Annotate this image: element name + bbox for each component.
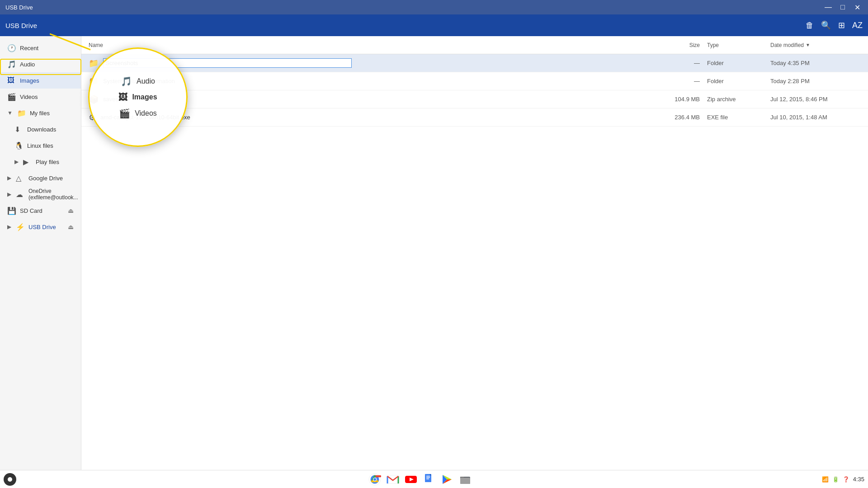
svg-rect-12 [426, 479, 429, 479]
sidebar-item-my-files[interactable]: ▼ 📁 My files [0, 105, 81, 121]
magnifier-circle: 🎵 Audio 🖼 Images 🎬 Videos [88, 47, 188, 147]
question-icon: ❓ [843, 476, 849, 483]
sidebar-item-videos[interactable]: 🎬 Videos [0, 89, 81, 105]
table-row[interactable]: 📁 — Folder Today 4:35 PM [81, 54, 868, 72]
svg-rect-11 [426, 477, 430, 478]
close-button[interactable]: ✕ [852, 2, 863, 13]
file-size-cell: 236.4 MB [662, 114, 707, 121]
file-type-cell: Folder [707, 60, 770, 66]
maximize-button[interactable]: □ [837, 2, 848, 13]
sidebar-item-audio[interactable]: 🎵 Audio [0, 56, 81, 72]
sort-button[interactable]: AZ [852, 21, 863, 30]
sd-card-eject-icon[interactable]: ⏏ [68, 207, 74, 214]
recent-icon: 🕐 [7, 44, 16, 52]
images-icon: 🖼 [7, 76, 16, 84]
audio-icon: 🎵 [7, 60, 16, 69]
launcher-button[interactable] [4, 473, 16, 486]
onedrive-icon: ☁ [16, 190, 25, 199]
usb-chevron: ▶ [7, 224, 11, 230]
mag-audio-item: 🎵 Audio [113, 74, 162, 89]
sidebar: 🕐 Recent 🎵 Audio 🖼 Images 🎬 Videos ▼ 📁 M… [0, 36, 81, 470]
minimize-button[interactable]: — [823, 2, 834, 13]
magnifier-overlay: 🎵 Audio 🖼 Images 🎬 Videos [88, 47, 188, 147]
col-header-date[interactable]: Date modified ▼ [770, 42, 861, 48]
downloads-icon: ⬇ [14, 125, 24, 134]
mag-images-icon: 🖼 [118, 92, 127, 103]
connector-line [50, 18, 118, 54]
sidebar-item-usb-drive[interactable]: ▶ ⚡ USB Drive ⏏ [0, 219, 81, 235]
file-type-cell: Zip archive [707, 96, 770, 103]
usb-eject-icon[interactable]: ⏏ [68, 223, 74, 230]
table-row[interactable]: ⚙ amd-catalyst-15.7-win10-64bit.exe 236.… [81, 108, 868, 127]
sidebar-item-google-drive[interactable]: ▶ △ Google Drive [0, 170, 81, 186]
file-type-cell: Folder [707, 78, 770, 84]
taskbar-files-icon[interactable] [457, 471, 473, 488]
svg-line-0 [50, 34, 90, 50]
toolbar-title: USB Drive [5, 22, 37, 29]
usb-drive-icon: ⚡ [16, 223, 25, 231]
file-size-cell: — [662, 60, 707, 66]
videos-icon: 🎬 [7, 93, 16, 101]
linux-files-icon: 🐧 [14, 141, 24, 150]
onedrive-chevron: ▶ [7, 191, 11, 197]
app-toolbar: USB Drive 🗑 🔍 ⊞ AZ [0, 14, 868, 36]
play-store-svg [441, 473, 453, 486]
table-row[interactable]: 📁 System Volume Information — Folder Tod… [81, 72, 868, 90]
mag-audio-icon: 🎵 [121, 76, 132, 87]
mag-videos-item: 🎬 Videos [112, 106, 164, 121]
col-header-size[interactable]: Size [662, 42, 707, 48]
file-date-cell: Jul 10, 2015, 1:48 AM [770, 114, 861, 121]
google-drive-icon: △ [16, 174, 25, 183]
grid-view-icon[interactable]: ⊞ [838, 20, 845, 30]
search-icon[interactable]: 🔍 [821, 20, 831, 30]
titlebar: USB Drive — □ ✕ [0, 0, 868, 14]
taskbar: 📶 🔋 ❓ 4:35 [0, 470, 868, 488]
my-files-icon: 📁 [17, 109, 26, 117]
google-drive-chevron: ▶ [7, 175, 11, 181]
file-date-cell: Today 4:35 PM [770, 60, 861, 66]
table-row[interactable]: 📦 saves.zip 104.9 MB Zip archive Jul 12,… [81, 90, 868, 108]
toolbar-left: USB Drive [5, 22, 37, 29]
files-svg [459, 473, 472, 486]
gmail-svg [387, 473, 399, 486]
taskbar-chrome-icon[interactable] [367, 471, 383, 488]
svg-point-5 [373, 478, 376, 481]
sidebar-item-linux-files[interactable]: 🐧 Linux files [0, 137, 81, 154]
file-size-cell: 104.9 MB [662, 96, 707, 103]
titlebar-controls: — □ ✕ [823, 2, 863, 13]
wifi-icon: 📶 [822, 476, 829, 483]
toolbar-right: 🗑 🔍 ⊞ AZ [806, 20, 863, 30]
sidebar-item-sd-card[interactable]: 💾 SD Card ⏏ [0, 202, 81, 219]
sidebar-item-onedrive[interactable]: ▶ ☁ OneDrive (exfileme@outlook... [0, 186, 81, 202]
taskbar-right: 📶 🔋 ❓ 4:35 [822, 476, 868, 483]
taskbar-time: 4:35 [853, 476, 864, 483]
my-files-chevron: ▼ [7, 110, 13, 116]
play-files-chevron: ▶ [14, 159, 19, 165]
mag-videos-icon: 🎬 [119, 108, 130, 119]
taskbar-play-store-icon[interactable] [439, 471, 455, 488]
taskbar-gmail-icon[interactable] [385, 471, 401, 488]
taskbar-left [0, 473, 18, 486]
file-size-cell: — [662, 78, 707, 84]
delete-icon[interactable]: 🗑 [806, 21, 814, 30]
sort-arrow-icon: ▼ [806, 42, 810, 47]
mag-images-item: 🖼 Images [111, 90, 164, 104]
file-type-cell: EXE file [707, 114, 770, 121]
docs-svg [423, 473, 435, 486]
chrome-svg [368, 473, 381, 486]
file-date-cell: Jul 12, 2015, 8:46 PM [770, 96, 861, 103]
file-date-cell: Today 2:28 PM [770, 78, 861, 84]
file-list-header: Name Size Type Date modified ▼ [81, 36, 868, 54]
taskbar-docs-icon[interactable] [421, 471, 437, 488]
col-header-type[interactable]: Type [707, 42, 770, 48]
sidebar-item-play-files[interactable]: ▶ ▶ Play files [0, 154, 81, 170]
svg-rect-17 [460, 478, 470, 484]
sidebar-item-downloads[interactable]: ⬇ Downloads [0, 121, 81, 137]
sd-card-icon: 💾 [7, 206, 16, 215]
launcher-dot [8, 477, 12, 482]
sidebar-item-images[interactable]: 🖼 Images [0, 72, 81, 89]
titlebar-title: USB Drive [5, 4, 33, 11]
youtube-svg [405, 473, 417, 486]
svg-rect-10 [426, 476, 430, 477]
taskbar-youtube-icon[interactable] [403, 471, 419, 488]
